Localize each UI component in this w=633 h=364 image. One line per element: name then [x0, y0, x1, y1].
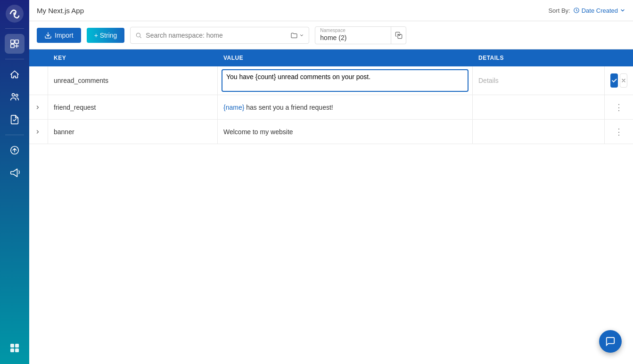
main-content: My Next.js App Sort By: Date Created Imp…	[29, 0, 633, 364]
sidebar-divider-3	[5, 135, 24, 135]
namespace-copy-button[interactable]	[391, 27, 406, 44]
row2-value[interactable]: {name} has sent you a friend request!	[218, 95, 473, 119]
row3-value[interactable]: Welcome to my website	[218, 120, 473, 144]
sidebar-item-upload[interactable]	[5, 140, 25, 160]
row2-actions: ⋮	[605, 95, 633, 119]
row1-key: unread_comments	[48, 66, 218, 95]
table-header: KEY VALUE DETAILS	[29, 49, 633, 66]
sidebar	[0, 0, 29, 364]
toolbar: Import + String Namespace home (2)	[29, 21, 633, 49]
search-input[interactable]	[146, 32, 287, 39]
svg-rect-9	[16, 344, 18, 347]
svg-point-1	[13, 12, 16, 15]
sort-by: Sort By: Date Created	[548, 7, 625, 14]
sort-by-label: Sort By:	[548, 7, 570, 14]
row3-expand-button[interactable]	[35, 129, 41, 135]
row1-value-input[interactable]: You have {count} unread comments on your…	[222, 69, 469, 92]
svg-rect-8	[11, 344, 14, 347]
row3-details	[473, 120, 605, 144]
folder-dropdown-arrow	[299, 33, 304, 38]
add-string-label: + String	[94, 32, 117, 39]
sidebar-item-users[interactable]	[5, 87, 25, 107]
row1-expand	[29, 66, 48, 95]
th-key: KEY	[48, 55, 218, 61]
sidebar-divider-1	[5, 28, 24, 29]
search-icon	[135, 32, 142, 39]
row2-expand[interactable]	[29, 95, 48, 119]
sort-by-value: Date Created	[582, 7, 618, 14]
sidebar-divider-2	[5, 59, 24, 59]
row3-key: banner	[48, 120, 218, 144]
import-button[interactable]: Import	[37, 28, 81, 43]
search-box	[130, 27, 309, 44]
sort-by-button[interactable]: Date Created	[573, 7, 625, 14]
app-title: My Next.js App	[37, 7, 543, 15]
row3-value-text: Welcome to my website	[223, 128, 293, 136]
svg-rect-2	[11, 40, 14, 43]
table-container: KEY VALUE DETAILS unread_comments You ha…	[29, 49, 633, 364]
row3-expand[interactable]	[29, 120, 48, 144]
svg-point-6	[16, 94, 18, 97]
topbar: My Next.js App Sort By: Date Created	[29, 0, 633, 21]
svg-point-13	[137, 33, 140, 37]
row3-actions: ⋮	[605, 120, 633, 144]
sidebar-item-megaphone[interactable]	[5, 163, 25, 183]
svg-rect-10	[11, 349, 14, 352]
row1-cancel-button[interactable]	[620, 73, 627, 88]
folder-icon	[290, 32, 298, 39]
namespace-label: Namespace	[320, 28, 345, 33]
chat-button[interactable]	[599, 330, 622, 353]
row1-save-button[interactable]	[610, 73, 618, 88]
sidebar-item-grid[interactable]	[5, 338, 25, 358]
row2-expand-button[interactable]	[35, 105, 41, 110]
row2-more-button[interactable]: ⋮	[615, 102, 623, 113]
svg-rect-3	[15, 40, 18, 43]
table-row: unread_comments You have {count} unread …	[29, 66, 633, 95]
svg-rect-11	[16, 349, 18, 352]
row1-value[interactable]: You have {count} unread comments on your…	[218, 66, 473, 95]
row1-actions	[605, 66, 633, 95]
sidebar-item-home[interactable]	[5, 65, 25, 84]
svg-rect-4	[11, 44, 14, 48]
svg-point-5	[12, 94, 15, 97]
row3-more-button[interactable]: ⋮	[615, 127, 623, 137]
sidebar-item-documents[interactable]	[5, 110, 25, 129]
sidebar-item-translate[interactable]	[5, 34, 25, 54]
add-string-button[interactable]: + String	[87, 28, 125, 43]
logo[interactable]	[6, 5, 24, 24]
th-details: DETAILS	[473, 55, 605, 61]
th-value: VALUE	[218, 55, 473, 61]
import-label: Import	[55, 32, 74, 39]
folder-filter-button[interactable]	[290, 32, 304, 39]
svg-rect-14	[398, 34, 402, 39]
row2-variable-name: {name}	[223, 104, 244, 111]
table-row: banner Welcome to my website ⋮	[29, 120, 633, 144]
row2-details	[473, 95, 605, 119]
namespace-selector: Namespace home (2)	[315, 26, 406, 44]
row1-details[interactable]: Details	[473, 66, 605, 95]
row2-key: friend_request	[48, 95, 218, 119]
table-row: friend_request {name} has sent you a fri…	[29, 95, 633, 120]
